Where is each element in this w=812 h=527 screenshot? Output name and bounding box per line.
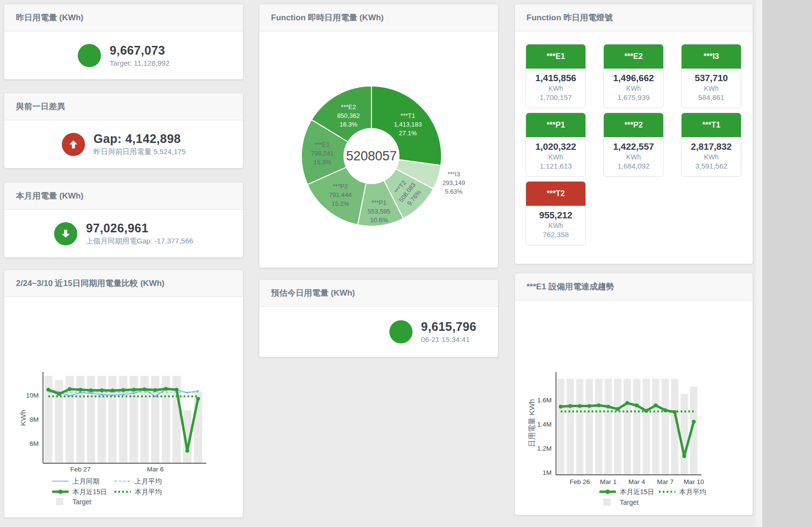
legend-item-last_month_avg[interactable]: 上月平均: [114, 477, 162, 485]
series-point-this_month: [185, 449, 189, 453]
e1-trend-chart[interactable]: 1M1.2M1.4M1.6MFeb 26Mar 1Mar 4Mar 7Mar 1…: [515, 300, 752, 514]
compare-chart-title: 2/24~3/10 近15日同期用電量比較 (KWh): [4, 270, 243, 297]
card-yesterday-usage: 昨日用電量 (KWh) 9,667,073 Target: 11,128,992: [4, 4, 243, 80]
legend-item-this_month[interactable]: 本月近15日: [599, 488, 655, 496]
target-bar: [605, 379, 612, 475]
day-gap-sub: 昨日與前日用電量 5,524,175: [94, 147, 186, 157]
card-yesterday-title: 昨日用電量 (KWh): [4, 4, 243, 31]
light-tile-value: 955,212: [526, 210, 585, 221]
series-point-this_month: [587, 404, 591, 408]
light-tile-t2: ***T2955,212KWh762,358: [526, 181, 586, 245]
light-tile-value: 537,710: [682, 73, 741, 84]
series-point-this_month: [57, 392, 61, 396]
arrow-down-icon: [54, 222, 77, 245]
card-month-usage: 本月用電量 (KWh) 97,026,961 上個月同期用電Gap: -17,3…: [4, 182, 243, 258]
legend-item-target[interactable]: Target: [603, 499, 639, 506]
target-bar: [595, 379, 602, 475]
donut-center-total: 5208057: [346, 149, 397, 163]
legend-label: 本月平均: [679, 488, 706, 496]
y-tick-label: 1.6M: [537, 397, 552, 404]
series-point-this_month: [654, 403, 658, 407]
series-point-this_month: [142, 387, 146, 391]
card-usage-lights: Function 昨日用電燈號 ***E11,415,856KWh1,700,1…: [514, 4, 753, 264]
series-point-this_month: [626, 401, 629, 405]
legend-label: 上月同期: [72, 477, 100, 485]
legend-item-this_month_avg[interactable]: 本月平均: [114, 488, 162, 496]
series-point-this_month: [175, 388, 179, 392]
lights-grid: ***E11,415,856KWh1,700,157***E21,496,662…: [515, 31, 753, 245]
target-bar: [567, 379, 574, 475]
y-tick-label: 10M: [26, 392, 39, 399]
day-gap-value: Gap: 4,142,898: [94, 132, 186, 146]
series-point-last_month: [133, 393, 135, 395]
light-tile-unit: KWh: [526, 153, 585, 161]
target-bar: [576, 379, 584, 475]
series-point-last_month: [112, 394, 114, 396]
month-usage-gap: 上個月同期用電Gap: -17,377,566: [86, 237, 193, 246]
legend-item-target[interactable]: Target: [56, 498, 91, 506]
x-tick-label: Mar 7: [657, 478, 674, 485]
target-bar: [557, 379, 564, 475]
series-point-this_month: [663, 408, 667, 412]
legend-label: 本月近15日: [619, 488, 655, 496]
series-point-last_month: [69, 395, 71, 397]
legend-item-last_month[interactable]: 上月同期: [52, 477, 100, 485]
legend-label: 本月平均: [134, 488, 162, 496]
light-tile-target: 1,121,613: [526, 162, 585, 170]
light-tile-value: 2,817,832: [682, 142, 741, 152]
month-usage-value: 97,026,961: [86, 221, 193, 235]
light-tile-p2: ***P21,422,557KWh1,684,092: [603, 113, 664, 177]
light-tile-unit: KWh: [604, 153, 663, 161]
series-point-this_month: [121, 388, 125, 392]
light-tile-name: ***P2: [604, 113, 663, 137]
light-tile-name: ***T2: [526, 182, 585, 206]
light-tile-e2: ***E21,496,662KWh1,675,939: [603, 44, 664, 108]
series-point-this_month: [164, 387, 168, 391]
series-point-this_month: [578, 404, 582, 408]
y-tick-label: 1.2M: [537, 445, 552, 452]
series-point-this_month: [635, 403, 639, 407]
y-axis-title: KWh: [19, 410, 27, 426]
series-point-this_month: [111, 389, 114, 393]
y-axis-title: 日用電量 KWh: [527, 399, 536, 447]
light-tile-value: 1,415,856: [526, 73, 585, 84]
light-tile-target: 1,675,939: [604, 93, 663, 101]
series-point-this_month: [559, 405, 563, 409]
target-bar: [614, 379, 621, 475]
series-point-this_month: [132, 388, 136, 392]
y-tick-label: 8M: [29, 416, 39, 423]
trend-title: ***E1 設備用電達成趨勢: [515, 273, 753, 300]
y-tick-label: 1.4M: [537, 421, 552, 428]
light-tile-target: 3,591,562: [682, 162, 741, 170]
light-tile-value: 1,422,557: [604, 142, 663, 152]
legend-item-this_month_avg[interactable]: 本月平均: [659, 488, 706, 496]
series-point-last_month: [101, 394, 103, 396]
series-point-this_month: [644, 409, 648, 413]
donut-label-i3: ***I3293,1495.63%: [442, 171, 465, 195]
series-point-this_month: [673, 410, 677, 414]
light-tile-unit: KWh: [682, 85, 741, 92]
card-month-title: 本月用電量 (KWh): [4, 183, 243, 210]
scrollbar-track[interactable]: [756, 0, 763, 527]
card-day-gap: 與前一日差異 Gap: 4,142,898 昨日與前日用電量 5,524,175: [4, 93, 243, 169]
lights-title: Function 昨日用電燈號: [515, 4, 753, 31]
x-tick-label: Feb 27: [70, 466, 90, 473]
light-tile-i3: ***I3537,710KWh584,861: [681, 44, 741, 108]
series-point-this_month: [46, 388, 50, 392]
legend-item-this_month[interactable]: 本月近15日: [52, 488, 107, 496]
status-circle-icon: [78, 44, 101, 67]
light-tile-value: 1,496,662: [604, 73, 663, 84]
series-point-last_month: [197, 390, 199, 392]
light-tile-target: 1,700,157: [526, 93, 585, 101]
target-bar: [652, 379, 659, 475]
compare-chart[interactable]: 6M8M10MFeb 27Mar 6KWh上月同期上月平均本月近15日本月平均T…: [4, 297, 242, 517]
y-tick-label: 1M: [542, 469, 552, 476]
series-point-this_month: [196, 397, 200, 401]
light-tile-e1: ***E11,415,856KWh1,700,157: [526, 44, 586, 108]
donut-title: Function 即時日用電量 (KWh): [259, 4, 498, 31]
light-tile-target: 762,358: [526, 230, 585, 239]
function-donut-chart[interactable]: ***T11,413,18327.1%***I3293,1495.63%***T…: [259, 31, 497, 267]
target-bar: [633, 379, 641, 475]
target-bar: [624, 379, 631, 475]
x-tick-label: Mar 10: [684, 478, 704, 485]
